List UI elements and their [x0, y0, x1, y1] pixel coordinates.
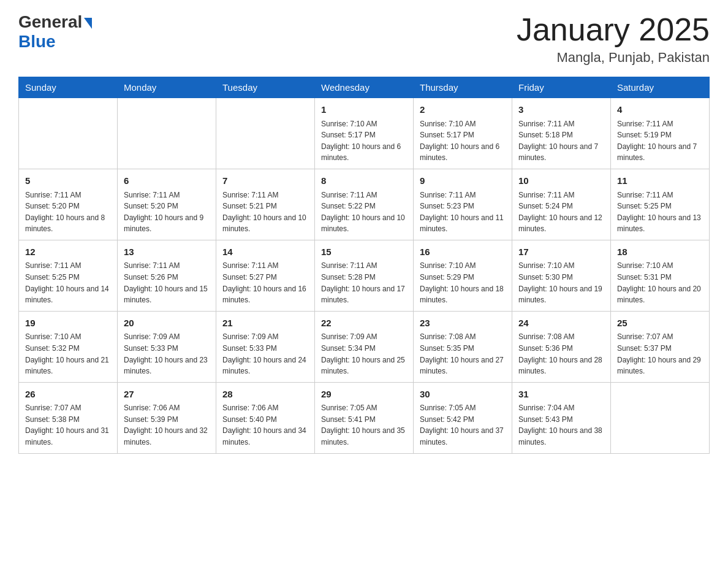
day-info: Sunrise: 7:09 AMSunset: 5:33 PMDaylight:…: [124, 331, 210, 377]
day-info: Sunrise: 7:04 AMSunset: 5:43 PMDaylight:…: [518, 402, 604, 448]
day-number: 27: [124, 388, 210, 402]
calendar-cell: 13Sunrise: 7:11 AMSunset: 5:26 PMDayligh…: [118, 240, 216, 311]
col-wednesday: Wednesday: [315, 77, 414, 98]
calendar-cell: 17Sunrise: 7:10 AMSunset: 5:30 PMDayligh…: [512, 240, 611, 311]
day-number: 3: [518, 103, 604, 117]
calendar-cell: 25Sunrise: 7:07 AMSunset: 5:37 PMDayligh…: [611, 311, 710, 382]
day-number: 16: [420, 245, 506, 259]
col-sunday: Sunday: [19, 77, 118, 98]
day-number: 11: [617, 174, 703, 188]
calendar-cell: 10Sunrise: 7:11 AMSunset: 5:24 PMDayligh…: [512, 169, 611, 240]
calendar-week-row: 12Sunrise: 7:11 AMSunset: 5:25 PMDayligh…: [19, 240, 710, 311]
calendar-cell: 6Sunrise: 7:11 AMSunset: 5:20 PMDaylight…: [118, 169, 216, 240]
day-number: 15: [321, 245, 407, 259]
calendar-subtitle: Mangla, Punjab, Pakistan: [517, 50, 710, 66]
day-info: Sunrise: 7:10 AMSunset: 5:30 PMDaylight:…: [518, 260, 604, 305]
calendar-cell: 23Sunrise: 7:08 AMSunset: 5:35 PMDayligh…: [414, 311, 512, 382]
day-info: Sunrise: 7:11 AMSunset: 5:24 PMDaylight:…: [518, 190, 604, 235]
day-info: Sunrise: 7:06 AMSunset: 5:39 PMDaylight:…: [124, 402, 210, 448]
calendar-cell: 16Sunrise: 7:10 AMSunset: 5:29 PMDayligh…: [414, 240, 512, 311]
calendar-week-row: 5Sunrise: 7:11 AMSunset: 5:20 PMDaylight…: [19, 169, 710, 240]
day-info: Sunrise: 7:07 AMSunset: 5:38 PMDaylight:…: [25, 402, 111, 448]
logo: General Blue: [18, 12, 92, 52]
day-info: Sunrise: 7:11 AMSunset: 5:20 PMDaylight:…: [25, 190, 111, 235]
day-number: 13: [124, 245, 210, 259]
day-number: 31: [518, 388, 604, 402]
calendar-cell: 8Sunrise: 7:11 AMSunset: 5:22 PMDaylight…: [315, 169, 414, 240]
calendar-week-row: 19Sunrise: 7:10 AMSunset: 5:32 PMDayligh…: [19, 311, 710, 382]
calendar-cell: [611, 382, 710, 453]
calendar-title: January 2025: [517, 12, 710, 47]
calendar-cell: 26Sunrise: 7:07 AMSunset: 5:38 PMDayligh…: [19, 382, 118, 453]
day-info: Sunrise: 7:07 AMSunset: 5:37 PMDaylight:…: [617, 331, 703, 377]
calendar-cell: 22Sunrise: 7:09 AMSunset: 5:34 PMDayligh…: [315, 311, 414, 382]
day-number: 5: [25, 174, 111, 188]
calendar-cell: 18Sunrise: 7:10 AMSunset: 5:31 PMDayligh…: [611, 240, 710, 311]
calendar-cell: 15Sunrise: 7:11 AMSunset: 5:28 PMDayligh…: [315, 240, 414, 311]
day-info: Sunrise: 7:05 AMSunset: 5:42 PMDaylight:…: [420, 402, 506, 448]
day-info: Sunrise: 7:11 AMSunset: 5:18 PMDaylight:…: [518, 118, 604, 164]
calendar-week-row: 26Sunrise: 7:07 AMSunset: 5:38 PMDayligh…: [19, 382, 710, 453]
calendar-cell: 20Sunrise: 7:09 AMSunset: 5:33 PMDayligh…: [118, 311, 216, 382]
day-number: 21: [222, 316, 308, 331]
day-number: 29: [321, 388, 407, 402]
day-number: 9: [420, 174, 506, 188]
day-number: 4: [617, 103, 703, 117]
calendar-cell: 7Sunrise: 7:11 AMSunset: 5:21 PMDaylight…: [216, 169, 315, 240]
calendar-cell: 27Sunrise: 7:06 AMSunset: 5:39 PMDayligh…: [118, 382, 216, 453]
calendar-cell: 1Sunrise: 7:10 AMSunset: 5:17 PMDaylight…: [315, 98, 414, 169]
calendar-cell: [118, 98, 216, 169]
calendar-header-row: Sunday Monday Tuesday Wednesday Thursday…: [19, 77, 710, 98]
day-info: Sunrise: 7:06 AMSunset: 5:40 PMDaylight:…: [222, 402, 308, 448]
day-number: 1: [321, 103, 407, 117]
col-monday: Monday: [118, 77, 216, 98]
day-info: Sunrise: 7:10 AMSunset: 5:31 PMDaylight:…: [617, 260, 703, 305]
calendar-cell: 21Sunrise: 7:09 AMSunset: 5:33 PMDayligh…: [216, 311, 315, 382]
day-info: Sunrise: 7:11 AMSunset: 5:25 PMDaylight:…: [617, 190, 703, 235]
day-number: 20: [124, 316, 210, 331]
day-number: 28: [222, 388, 308, 402]
day-info: Sunrise: 7:11 AMSunset: 5:23 PMDaylight:…: [420, 190, 506, 235]
logo-blue-text: Blue: [18, 32, 56, 51]
logo-triangle-icon: [84, 18, 92, 29]
calendar-cell: 29Sunrise: 7:05 AMSunset: 5:41 PMDayligh…: [315, 382, 414, 453]
day-number: 8: [321, 174, 407, 188]
day-number: 25: [617, 316, 703, 331]
calendar-cell: 2Sunrise: 7:10 AMSunset: 5:17 PMDaylight…: [414, 98, 512, 169]
calendar-cell: 12Sunrise: 7:11 AMSunset: 5:25 PMDayligh…: [19, 240, 118, 311]
day-number: 14: [222, 245, 308, 259]
day-number: 22: [321, 316, 407, 331]
day-number: 19: [25, 316, 111, 331]
day-info: Sunrise: 7:10 AMSunset: 5:29 PMDaylight:…: [420, 260, 506, 305]
day-info: Sunrise: 7:08 AMSunset: 5:36 PMDaylight:…: [518, 331, 604, 377]
day-number: 12: [25, 245, 111, 259]
calendar-cell: 14Sunrise: 7:11 AMSunset: 5:27 PMDayligh…: [216, 240, 315, 311]
calendar-cell: 28Sunrise: 7:06 AMSunset: 5:40 PMDayligh…: [216, 382, 315, 453]
day-info: Sunrise: 7:11 AMSunset: 5:26 PMDaylight:…: [124, 260, 210, 305]
day-number: 6: [124, 174, 210, 188]
day-info: Sunrise: 7:09 AMSunset: 5:34 PMDaylight:…: [321, 331, 407, 377]
day-info: Sunrise: 7:11 AMSunset: 5:25 PMDaylight:…: [25, 260, 111, 305]
day-info: Sunrise: 7:09 AMSunset: 5:33 PMDaylight:…: [222, 331, 308, 377]
col-tuesday: Tuesday: [216, 77, 315, 98]
page-header: General Blue January 2025 Mangla, Punjab…: [18, 12, 710, 66]
day-info: Sunrise: 7:11 AMSunset: 5:20 PMDaylight:…: [124, 190, 210, 235]
calendar-cell: 24Sunrise: 7:08 AMSunset: 5:36 PMDayligh…: [512, 311, 611, 382]
day-info: Sunrise: 7:08 AMSunset: 5:35 PMDaylight:…: [420, 331, 506, 377]
day-number: 26: [25, 388, 111, 402]
calendar-week-row: 1Sunrise: 7:10 AMSunset: 5:17 PMDaylight…: [19, 98, 710, 169]
logo-general-text: General: [18, 12, 82, 32]
day-number: 17: [518, 245, 604, 259]
col-saturday: Saturday: [611, 77, 710, 98]
day-info: Sunrise: 7:11 AMSunset: 5:28 PMDaylight:…: [321, 260, 407, 305]
col-thursday: Thursday: [414, 77, 512, 98]
calendar-table: Sunday Monday Tuesday Wednesday Thursday…: [18, 77, 710, 453]
calendar-cell: 3Sunrise: 7:11 AMSunset: 5:18 PMDaylight…: [512, 98, 611, 169]
calendar-cell: 19Sunrise: 7:10 AMSunset: 5:32 PMDayligh…: [19, 311, 118, 382]
day-info: Sunrise: 7:11 AMSunset: 5:19 PMDaylight:…: [617, 118, 703, 164]
calendar-cell: 5Sunrise: 7:11 AMSunset: 5:20 PMDaylight…: [19, 169, 118, 240]
day-number: 24: [518, 316, 604, 331]
day-info: Sunrise: 7:11 AMSunset: 5:27 PMDaylight:…: [222, 260, 308, 305]
day-info: Sunrise: 7:10 AMSunset: 5:17 PMDaylight:…: [420, 118, 506, 164]
calendar-cell: 11Sunrise: 7:11 AMSunset: 5:25 PMDayligh…: [611, 169, 710, 240]
